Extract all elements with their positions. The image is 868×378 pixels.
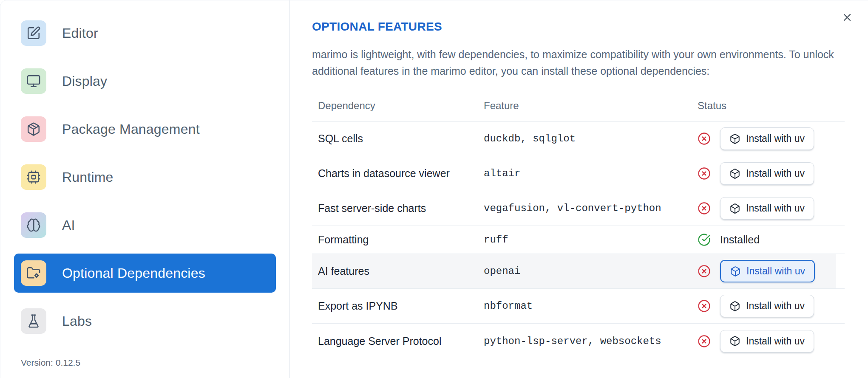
circle-check-icon [698,233,711,246]
dependency-cell: Charts in datasource viewer [318,167,484,180]
page-title: OPTIONAL FEATURES [312,20,848,34]
status-cell: Install with uv [698,197,839,220]
install-with-uv-button[interactable]: Install with uv [720,127,814,150]
circle-x-icon [698,265,711,278]
table-header-row: Dependency Feature Status [312,90,845,121]
sidebar-item-label: Labs [62,313,92,329]
status-cell: Install with uv [698,127,839,150]
feature-cell: python-lsp-server, websockets [484,336,698,347]
install-button-label: Install with uv [746,168,805,179]
column-header-status: Status [698,100,839,112]
edit-icon [21,20,46,46]
status-cell: Install with uv [698,162,839,185]
close-button[interactable] [840,11,854,25]
sidebar-item-optional-dependencies[interactable]: Optional Dependencies [14,254,276,293]
version-label: Version: 0.12.5 [21,358,80,368]
feature-cell: nbformat [484,300,698,312]
install-with-uv-button[interactable]: Install with uv [720,162,814,185]
table-row: SQL cells duckdb, sqlglot Install with u… [312,121,845,156]
status-cell: Install with uv [698,260,839,282]
sidebar: Editor Display Package Management [0,0,290,378]
sidebar-item-label: Runtime [62,169,113,185]
dependencies-table: Dependency Feature Status SQL cells duck… [312,90,845,358]
installed-label: Installed [720,234,760,246]
sidebar-item-label: Optional Dependencies [62,265,205,281]
status-cell: Installed [698,233,839,246]
sidebar-item-label: AI [62,217,75,233]
folder-gear-icon [21,260,46,286]
install-button-label: Install with uv [746,133,805,144]
install-button-label: Install with uv [746,265,805,277]
monitor-icon [21,68,46,94]
install-with-uv-button[interactable]: Install with uv [720,197,814,220]
dependency-cell: Export as IPYNB [318,300,484,312]
feature-cell: ruff [484,234,698,245]
install-button-label: Install with uv [746,336,805,347]
sidebar-item-editor[interactable]: Editor [14,14,276,53]
column-header-feature: Feature [484,100,698,112]
feature-cell: vegafusion, vl-convert-python [484,203,698,214]
flask-icon [21,308,46,334]
circle-x-icon [698,167,711,180]
install-with-uv-button[interactable]: Install with uv [720,330,814,353]
dependency-cell: Language Server Protocol [318,335,484,347]
panel-description: marimo is lightweight, with few dependen… [312,46,836,79]
dependency-cell: Formatting [318,234,484,246]
install-with-uv-button[interactable]: Install with uv [720,295,814,317]
dependency-cell: SQL cells [318,133,484,145]
status-cell: Install with uv [698,295,839,317]
sidebar-item-labs[interactable]: Labs [14,302,276,341]
box-icon [729,168,740,179]
box-icon [729,133,740,144]
install-with-uv-button[interactable]: Install with uv [720,260,815,282]
table-row: Formatting ruff Installed [312,226,845,254]
column-header-dependency: Dependency [318,100,484,112]
box-icon [730,266,741,277]
sidebar-item-ai[interactable]: AI [14,206,276,245]
status-cell: Install with uv [698,330,839,353]
optional-features-panel: OPTIONAL FEATURES marimo is lightweight,… [290,0,868,378]
box-icon [729,301,740,312]
cpu-icon [21,164,46,190]
table-row: Export as IPYNB nbformat Install with uv [312,289,845,324]
package-icon [21,116,46,142]
box-icon [729,203,740,214]
circle-x-icon [698,132,711,145]
sidebar-item-package-management[interactable]: Package Management [14,110,276,149]
feature-cell: duckdb, sqlglot [484,133,698,144]
sidebar-item-label: Package Management [62,121,200,137]
table-row: Charts in datasource viewer altair Insta… [312,156,845,191]
sidebar-item-runtime[interactable]: Runtime [14,158,276,197]
install-button-label: Install with uv [746,203,805,214]
close-icon [841,11,853,23]
circle-x-icon [698,299,711,313]
brain-icon [21,212,46,238]
circle-x-icon [698,202,711,215]
table-row: Language Server Protocol python-lsp-serv… [312,324,845,358]
settings-dialog: Editor Display Package Management [0,0,868,378]
table-row: AI features openai Install with uv [312,254,845,289]
table-row: Fast server-side charts vegafusion, vl-c… [312,191,845,226]
sidebar-item-label: Editor [62,25,98,41]
sidebar-item-display[interactable]: Display [14,62,276,101]
feature-cell: altair [484,168,698,179]
sidebar-item-label: Display [62,73,107,89]
install-button-label: Install with uv [746,300,805,312]
circle-x-icon [698,335,711,348]
box-icon [729,336,740,347]
dependency-cell: Fast server-side charts [318,202,484,214]
dependency-cell: AI features [318,265,484,277]
feature-cell: openai [484,265,698,277]
